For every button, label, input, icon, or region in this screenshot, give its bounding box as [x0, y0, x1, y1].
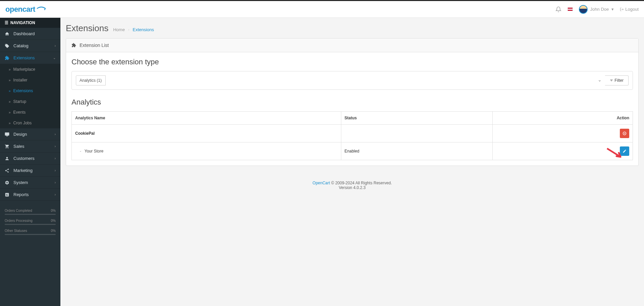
main-content: Extensions Home › Extensions Extension L…	[60, 18, 644, 306]
footer-rights: © 2009-2024 All Rights Reserved.	[330, 181, 392, 185]
chevron-right-icon: ›	[55, 169, 56, 172]
sidebar-item-sales[interactable]: Sales ›	[0, 140, 60, 152]
user-menu[interactable]: John Doe ▾	[579, 5, 614, 14]
column-name: Analytics Name	[72, 112, 341, 125]
logo-arrow-icon	[37, 6, 46, 12]
hamburger-icon: ☰	[5, 20, 8, 25]
footer: OpenCart © 2009-2024 All Rights Reserved…	[66, 174, 639, 197]
notifications-icon[interactable]	[555, 6, 561, 12]
app-header: opencart John Doe ▾ Logout	[0, 1, 644, 18]
logo-text: opencart	[5, 5, 35, 14]
stat-other-statuses: Other Statuses 0%	[5, 229, 56, 233]
gear-icon	[5, 180, 10, 185]
table-row: CookiePal	[72, 125, 633, 142]
chevron-double-icon: »	[9, 100, 11, 104]
footer-link[interactable]: OpenCart	[312, 181, 330, 185]
caret-down-icon: ▾	[611, 7, 614, 12]
chevron-double-icon: »	[9, 78, 11, 82]
logout-label: Logout	[625, 7, 639, 12]
chevron-right-icon: ›	[55, 193, 56, 196]
chevron-double-icon: »	[9, 68, 11, 71]
monitor-icon	[5, 132, 10, 137]
user-name: John Doe	[590, 7, 609, 12]
sidebar: ☰ NAVIGATION Dashboard Catalog › Extensi…	[0, 18, 60, 306]
tag-icon	[5, 44, 10, 48]
chevron-down-icon: ⌄	[53, 56, 56, 60]
store-prefix: -	[80, 149, 81, 154]
stats-section: Orders Completed 0% Orders Processing 0%…	[0, 204, 60, 244]
puzzle-icon	[5, 56, 10, 60]
extensions-submenu: »Marketplace »Installer »Extensions »Sta…	[0, 64, 60, 128]
breadcrumb: Home › Extensions	[113, 27, 154, 32]
chart-icon	[5, 192, 10, 197]
sidebar-subitem-startup[interactable]: »Startup	[0, 96, 60, 107]
store-name: Your Store	[85, 149, 103, 154]
sidebar-item-customers[interactable]: Customers ›	[0, 152, 60, 165]
store-status: Enabled	[341, 142, 492, 160]
sidebar-item-marketing[interactable]: Marketing ›	[0, 165, 60, 177]
chevron-right-icon: ›	[55, 181, 56, 184]
stat-bar	[5, 214, 56, 215]
breadcrumb-extensions[interactable]: Extensions	[133, 27, 154, 32]
avatar	[579, 5, 588, 14]
analytics-title: Analytics	[71, 98, 633, 107]
sidebar-subitem-cron-jobs[interactable]: »Cron Jobs	[0, 118, 60, 128]
cart-icon	[5, 144, 10, 149]
extension-list-panel: Extension List Choose the extension type…	[66, 38, 639, 166]
language-flag-icon[interactable]	[567, 7, 573, 11]
filter-button[interactable]: Filter	[605, 75, 629, 85]
stat-bar	[5, 234, 56, 235]
chevron-right-icon: ›	[55, 144, 56, 148]
extension-name: CookiePal	[75, 131, 95, 136]
chevron-right-icon: ›	[55, 44, 56, 48]
filter-icon	[610, 79, 613, 82]
footer-version: Version 4.0.2.3	[339, 185, 365, 190]
page-header: Extensions Home › Extensions	[66, 23, 639, 34]
stat-bar	[5, 224, 56, 225]
sidebar-subitem-installer[interactable]: »Installer	[0, 75, 60, 85]
sidebar-item-system[interactable]: System ›	[0, 177, 60, 189]
nav-header: ☰ NAVIGATION	[0, 18, 60, 28]
sidebar-item-reports[interactable]: Reports ›	[0, 189, 60, 201]
column-status: Status	[341, 112, 492, 125]
stat-orders-processing: Orders Processing 0%	[5, 219, 56, 223]
choose-type-title: Choose the extension type	[71, 58, 633, 66]
share-icon	[5, 168, 10, 173]
chevron-right-icon: ›	[128, 28, 129, 32]
chevron-right-icon: ›	[55, 132, 56, 136]
sidebar-item-catalog[interactable]: Catalog ›	[0, 40, 60, 52]
sidebar-item-design[interactable]: Design ›	[0, 128, 60, 140]
panel-title: Extension List	[80, 43, 109, 48]
chevron-double-icon: »	[9, 121, 11, 125]
extensions-table: Analytics Name Status Action CookiePal	[71, 111, 633, 160]
logo[interactable]: opencart	[5, 5, 46, 14]
extension-type-select[interactable]: Analytics (1)	[76, 75, 106, 85]
column-action: Action	[492, 112, 633, 125]
sidebar-subitem-events[interactable]: »Events	[0, 107, 60, 118]
uninstall-button[interactable]	[620, 129, 629, 138]
home-icon	[5, 32, 10, 36]
edit-button[interactable]	[620, 146, 629, 156]
sidebar-subitem-extensions[interactable]: »Extensions	[0, 85, 60, 96]
sidebar-subitem-marketplace[interactable]: »Marketplace	[0, 64, 60, 75]
pencil-icon	[623, 149, 627, 153]
breadcrumb-home[interactable]: Home	[113, 27, 125, 32]
table-row: - Your Store Enabled	[72, 142, 633, 160]
person-icon	[5, 156, 10, 161]
stat-orders-completed: Orders Completed 0%	[5, 209, 56, 212]
puzzle-icon	[71, 43, 76, 48]
minus-circle-icon	[623, 131, 627, 135]
filter-row: Analytics (1) Filter	[71, 71, 633, 90]
chevron-right-icon: ›	[55, 157, 56, 160]
page-title: Extensions	[66, 23, 108, 34]
panel-header: Extension List	[66, 39, 638, 52]
sidebar-item-dashboard[interactable]: Dashboard	[0, 28, 60, 40]
chevron-double-icon: »	[9, 89, 11, 93]
logout-link[interactable]: Logout	[620, 7, 639, 12]
sidebar-item-extensions[interactable]: Extensions ⌄	[0, 52, 60, 64]
chevron-double-icon: »	[9, 111, 11, 114]
